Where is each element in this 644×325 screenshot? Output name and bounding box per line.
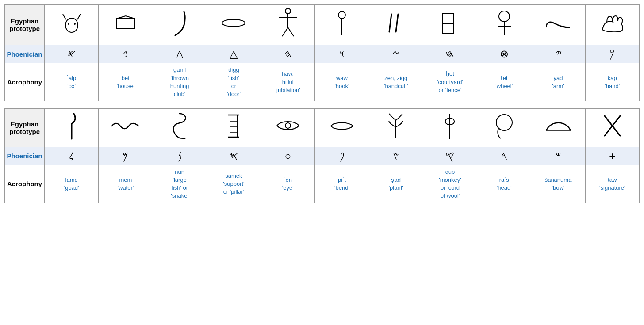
ac-nun: nun'largefish' or'snake' bbox=[153, 165, 207, 203]
svg-line-13 bbox=[288, 27, 294, 36]
ph-lamed: 𐤋 bbox=[45, 147, 99, 165]
ac-ayin: ʿen'eye' bbox=[261, 165, 315, 203]
svg-line-17 bbox=[396, 14, 398, 32]
ac-tet: ṭēt'wheel' bbox=[477, 63, 531, 101]
svg-rect-5 bbox=[117, 19, 134, 28]
table-1: Egyptianprototype bbox=[4, 4, 640, 101]
svg-point-29 bbox=[285, 123, 291, 128]
glyph-dalet bbox=[207, 5, 261, 45]
svg-point-33 bbox=[496, 115, 512, 130]
svg-point-4 bbox=[74, 23, 76, 25]
svg-point-20 bbox=[499, 11, 510, 22]
svg-line-16 bbox=[389, 14, 391, 32]
ph-yod: 𐤉 bbox=[531, 45, 585, 63]
glyph-bet bbox=[99, 5, 153, 45]
svg-rect-23 bbox=[230, 115, 237, 137]
ac-qoph: qup'monkey'or 'cordof wool' bbox=[423, 165, 477, 203]
ac-het: ḥet'courtyard'or 'fence' bbox=[423, 63, 477, 101]
ac-zayin: zen, ziqq'handcuff' bbox=[369, 63, 423, 101]
glyph-taw bbox=[585, 109, 639, 147]
ph-shin: 𐤔 bbox=[531, 147, 585, 165]
acrophony-label-2: Acrophony bbox=[5, 165, 45, 203]
acrophony-label-1: Acrophony bbox=[5, 63, 45, 101]
svg-point-9 bbox=[285, 8, 291, 14]
ac-kap: kap'hand' bbox=[585, 63, 639, 101]
glyph-mem bbox=[99, 109, 153, 147]
ac-samek: samek'support'or 'pillar' bbox=[207, 165, 261, 203]
glyph-nun bbox=[153, 109, 207, 147]
ph-gimel: 𐤂 bbox=[153, 45, 207, 63]
acrophony-row-1: Acrophony ʾalp'ox' bet'house' gaml'throw… bbox=[5, 63, 640, 101]
ph-dalet: △ bbox=[207, 45, 261, 63]
ac-waw: waw'hook' bbox=[315, 63, 369, 101]
ac-dalet: digg'fish'or'door' bbox=[207, 63, 261, 101]
ph-mem: 𐤌 bbox=[99, 147, 153, 165]
ph-tsadi: 𐤑 bbox=[369, 147, 423, 165]
svg-point-3 bbox=[68, 23, 69, 25]
main-content: Egyptianprototype bbox=[4, 4, 640, 203]
ph-alef: 𐤀 bbox=[45, 45, 99, 63]
svg-line-12 bbox=[282, 27, 288, 36]
acrophony-row-2: Acrophony lamd'goad' mem'water' nun'larg… bbox=[5, 165, 640, 203]
svg-line-2 bbox=[77, 14, 80, 19]
svg-point-8 bbox=[222, 19, 245, 27]
ph-ayin: ○ bbox=[261, 147, 315, 165]
glyph-he bbox=[261, 5, 315, 45]
ac-bet: bet'house' bbox=[99, 63, 153, 101]
phonician-row-1: Phoenician 𐤀 𐤁 𐤂 △ 𐤄 𐤅 𐤆 𐤇 ⊗ 𐤉 𐤊 bbox=[5, 45, 640, 63]
glyph-tsadi bbox=[369, 109, 423, 147]
ac-mem: mem'water' bbox=[99, 165, 153, 203]
ac-alef: ʾalp'ox' bbox=[45, 63, 99, 101]
egyptian-row-1: Egyptianprototype bbox=[5, 5, 640, 45]
egyptian-label-1: Egyptianprototype bbox=[5, 5, 45, 45]
glyph-resh bbox=[477, 109, 531, 147]
glyph-qoph bbox=[423, 109, 477, 147]
ac-lamed: lamd'goad' bbox=[45, 165, 99, 203]
ac-resh: raʾs'head' bbox=[477, 165, 531, 203]
ph-kap: 𐤊 bbox=[585, 45, 639, 63]
ph-taw: + bbox=[585, 147, 639, 165]
ph-nun: 𐤍 bbox=[153, 147, 207, 165]
ph-bet: 𐤁 bbox=[99, 45, 153, 63]
glyph-shin bbox=[531, 109, 585, 147]
glyph-yod bbox=[531, 5, 585, 45]
ph-tet: ⊗ bbox=[477, 45, 531, 63]
ac-gimel: gaml'thrownhuntingclub' bbox=[153, 63, 207, 101]
phonician-row-2: Phoenician 𐤋 𐤌 𐤍 𐤎 ○ 𐤐 𐤑 𐤒 𐤓 𐤔 + bbox=[5, 147, 640, 165]
svg-line-1 bbox=[63, 14, 66, 19]
glyph-lamed bbox=[45, 109, 99, 147]
ac-yod: yad'arm' bbox=[531, 63, 585, 101]
glyph-gimel bbox=[153, 5, 207, 45]
ph-waw: 𐤅 bbox=[315, 45, 369, 63]
glyph-waw bbox=[315, 5, 369, 45]
ac-pe: piʾt'bend' bbox=[315, 165, 369, 203]
egyptian-label-2: Egyptianprototype bbox=[5, 109, 45, 147]
ph-he: 𐤄 bbox=[261, 45, 315, 63]
glyph-zayin bbox=[369, 5, 423, 45]
glyph-samek bbox=[207, 109, 261, 147]
ac-taw: taw'signature' bbox=[585, 165, 639, 203]
ph-qoph: 𐤒 bbox=[423, 147, 477, 165]
ac-tsadi: ṣad'plant' bbox=[369, 165, 423, 203]
ph-pe: 𐤐 bbox=[315, 147, 369, 165]
svg-point-0 bbox=[65, 18, 78, 32]
ph-resh: 𐤓 bbox=[477, 147, 531, 165]
ac-he: haw,hillul'jubilation' bbox=[261, 63, 315, 101]
ph-het: 𐤇 bbox=[423, 45, 477, 63]
phonician-label-1: Phoenician bbox=[5, 45, 45, 63]
glyph-tet bbox=[477, 5, 531, 45]
svg-point-14 bbox=[338, 11, 345, 19]
glyph-pe bbox=[315, 109, 369, 147]
ph-zayin: 𐤆 bbox=[369, 45, 423, 63]
glyph-ayin bbox=[261, 109, 315, 147]
glyph-het bbox=[423, 5, 477, 45]
egyptian-row-2: Egyptianprototype bbox=[5, 109, 640, 147]
ph-samek: 𐤎 bbox=[207, 147, 261, 165]
glyph-kap bbox=[585, 5, 639, 45]
table-2: Egyptianprototype bbox=[4, 108, 640, 203]
ac-shin: šananuma'bow' bbox=[531, 165, 585, 203]
phonician-label-2: Phoenician bbox=[5, 147, 45, 165]
glyph-alef bbox=[45, 5, 99, 45]
